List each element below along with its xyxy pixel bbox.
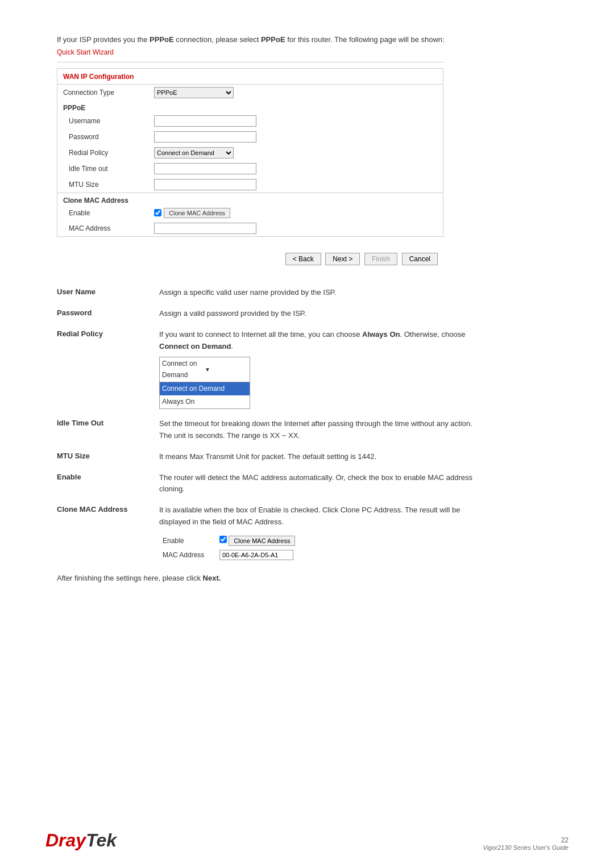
mtu-size-label: MTU Size [57, 177, 148, 193]
idle-timeout-input[interactable] [154, 163, 256, 174]
dropdown-item-connect-on-demand[interactable]: Connect on Demand [160, 382, 250, 395]
mtu-term: MTU Size [57, 451, 159, 460]
example-mac-cell [216, 548, 298, 562]
clone-mac-btn-group: Clone MAC Address [154, 208, 230, 218]
clone-mac-section-row: Clone MAC Address [57, 193, 443, 206]
next-button[interactable]: Next > [325, 253, 360, 265]
redial-policy-cell: Connect on Demand Always On [148, 145, 443, 161]
enable-row: Enable Clone MAC Address [57, 206, 443, 221]
password-label: Password [57, 129, 148, 145]
mac-address-input[interactable] [154, 223, 256, 234]
password-term: Password [57, 308, 159, 317]
logo-tek: Tek [86, 830, 117, 850]
cancel-button[interactable]: Cancel [402, 253, 438, 265]
dropdown-arrow-icon: ▼ [205, 365, 247, 374]
mtu-size-cell [148, 177, 443, 193]
username-label: Username [57, 113, 148, 129]
intro-paragraph: If your ISP provides you the PPPoE conne… [57, 34, 466, 46]
username-desc-row: User Name Assign a specific valid user n… [57, 287, 483, 299]
idle-timeout-cell [148, 161, 443, 177]
quick-start-link[interactable]: Quick Start Wizard [57, 48, 466, 56]
redial-dropdown-visual: Connect on Demand ▼ Connect on Demand Al… [159, 357, 250, 409]
enable-desc-term: Enable [57, 472, 159, 481]
pppoe-section-row: PPPoE [57, 101, 443, 113]
example-enable-cell: Clone MAC Address [216, 534, 298, 548]
connection-type-label: Connection Type [57, 85, 148, 101]
redial-policy-label: Redial Policy [57, 145, 148, 161]
example-clone-mac-button[interactable]: Clone MAC Address [229, 536, 295, 546]
navigation-buttons: < Back Next > Finish Cancel [57, 248, 443, 270]
mtu-size-row: MTU Size [57, 177, 443, 193]
example-mac-label: MAC Address [159, 548, 216, 562]
username-cell [148, 113, 443, 129]
enable-label: Enable [57, 206, 148, 221]
dropdown-list: Connect on Demand Always On [159, 382, 250, 409]
finish-button[interactable]: Finish [364, 253, 397, 265]
example-enable-row: Enable Clone MAC Address [159, 534, 298, 548]
wan-panel: WAN IP Configuration Connection Type PPP… [57, 68, 443, 237]
clone-mac-desc-row: Clone MAC Address It is available when t… [57, 504, 483, 562]
clone-mac-section-label: Clone MAC Address [57, 193, 443, 206]
pppoe-section-label: PPPoE [57, 101, 443, 113]
redial-policy-row: Redial Policy Connect on Demand Always O… [57, 145, 443, 161]
clone-mac-term: Clone MAC Address [57, 504, 159, 514]
clone-mac-button[interactable]: Clone MAC Address [164, 208, 230, 218]
idle-timeout-label: Idle Time out [57, 161, 148, 177]
logo-dray: Dray [45, 830, 86, 850]
example-mac-input[interactable] [219, 550, 293, 560]
redial-policy-select[interactable]: Connect on Demand Always On [154, 147, 234, 158]
redial-term: Redial Policy [57, 329, 159, 338]
top-separator [57, 62, 443, 62]
example-enable-checkbox[interactable] [219, 536, 227, 543]
password-input[interactable] [154, 131, 256, 143]
mtu-size-input[interactable] [154, 179, 256, 190]
connection-type-row: Connection Type PPPoE [57, 85, 443, 101]
page-footer: DrayTek 22 Vigor2130 Series User's Guide [0, 830, 614, 851]
password-def: Assign a valid password provided by the … [159, 308, 483, 320]
username-term: User Name [57, 287, 159, 296]
password-row: Password [57, 129, 443, 145]
password-cell [148, 129, 443, 145]
draytek-logo: DrayTek [45, 830, 117, 851]
username-input[interactable] [154, 115, 256, 127]
page-number: 22 [483, 836, 569, 844]
after-paragraph: After finishing the settings here, pleas… [57, 574, 466, 582]
example-enable-label: Enable [159, 534, 216, 548]
footer-right: 22 Vigor2130 Series User's Guide [483, 836, 569, 851]
clone-mac-example: Enable Clone MAC Address MAC Address [159, 534, 483, 562]
enable-desc-def: The router will detect the MAC address a… [159, 472, 483, 496]
dropdown-selected-value: Connect on Demand [162, 358, 205, 380]
connection-type-select[interactable]: PPPoE [154, 87, 234, 98]
idle-term: Idle Time Out [57, 418, 159, 427]
password-desc-row: Password Assign a valid password provide… [57, 308, 483, 320]
dropdown-item-always-on[interactable]: Always On [160, 395, 250, 408]
footer-guide-text: Vigor2130 Series User's Guide [483, 844, 569, 851]
enable-cell: Clone MAC Address [148, 206, 443, 221]
enable-checkbox[interactable] [154, 209, 161, 216]
mtu-def: It means Max Transmit Unit for packet. T… [159, 451, 483, 463]
mtu-desc-row: MTU Size It means Max Transmit Unit for … [57, 451, 483, 463]
mac-address-label: MAC Address [57, 220, 148, 236]
connection-type-cell: PPPoE [148, 85, 443, 101]
wan-header-label: WAN IP Configuration [63, 73, 134, 81]
example-mac-row: MAC Address [159, 548, 298, 562]
wan-config-table: Connection Type PPPoE PPPoE Username Pas… [57, 85, 443, 237]
back-button[interactable]: < Back [285, 253, 321, 265]
username-def: Assign a specific valid user name provid… [159, 287, 483, 299]
wan-panel-header: WAN IP Configuration [57, 69, 443, 85]
clone-mac-def: It is available when the box of Enable i… [159, 504, 483, 562]
username-row: Username [57, 113, 443, 129]
enable-desc-row: Enable The router will detect the MAC ad… [57, 472, 483, 496]
dropdown-header[interactable]: Connect on Demand ▼ [159, 357, 250, 382]
idle-def: Set the timeout for breaking down the In… [159, 418, 483, 442]
idle-desc-row: Idle Time Out Set the timeout for breaki… [57, 418, 483, 442]
mac-address-row: MAC Address [57, 220, 443, 236]
example-table: Enable Clone MAC Address MAC Address [159, 534, 298, 562]
redial-desc-row: Redial Policy If you want to connect to … [57, 329, 483, 409]
redial-def: If you want to connect to Internet all t… [159, 329, 483, 409]
idle-timeout-row: Idle Time out [57, 161, 443, 177]
mac-address-cell [148, 220, 443, 236]
description-section: User Name Assign a specific valid user n… [57, 287, 483, 562]
